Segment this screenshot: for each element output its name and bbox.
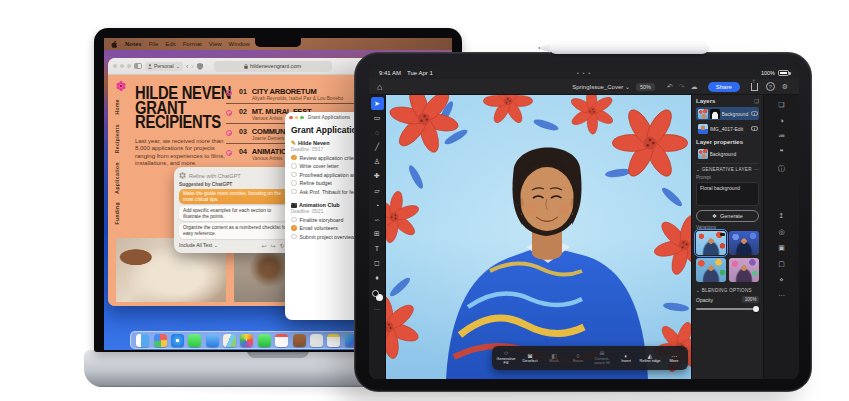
settings-gear-icon[interactable]: ⚙ xyxy=(782,83,788,91)
recipient-row[interactable]: 01 CITY ARBORETUM Aliyah Reynolds, Isabe… xyxy=(226,84,374,103)
invert-button[interactable]: ◐ Invert xyxy=(614,350,638,365)
slider-knob[interactable] xyxy=(753,306,760,313)
menubar-item[interactable]: File xyxy=(149,41,159,47)
nav-item[interactable]: Application xyxy=(114,162,120,194)
dock-icon-launchpad[interactable] xyxy=(154,334,167,347)
menubar-item[interactable]: Format xyxy=(183,41,202,47)
cloud-sync-icon[interactable]: ☁ xyxy=(691,83,698,91)
profile-chip[interactable]: Personal ⌄ xyxy=(145,62,183,71)
checkbox[interactable] xyxy=(291,172,297,178)
dock-icon-messages[interactable] xyxy=(188,334,201,347)
zoom-window-button[interactable] xyxy=(127,64,131,68)
checkbox[interactable] xyxy=(291,163,297,169)
content-aware-fill-button[interactable]: ⊞ Content-aware fill xyxy=(590,350,614,365)
refine-edge-button[interactable]: ◭ Refine edge xyxy=(638,350,662,365)
clone-stamp-tool[interactable]: ♙ xyxy=(371,155,384,168)
more-rail-icon[interactable]: ⋯ xyxy=(778,292,785,300)
checkbox[interactable] xyxy=(291,180,297,186)
lasso-tool[interactable]: ◌ xyxy=(371,126,384,139)
layer-row-background[interactable]: Background xyxy=(696,107,759,120)
more-tools-icon[interactable]: ⋯ xyxy=(374,305,381,312)
color-swatch[interactable] xyxy=(371,289,384,302)
suggestion-pill[interactable]: Add specific examples for each section t… xyxy=(179,206,294,221)
close-window-button[interactable] xyxy=(113,64,117,68)
eraser-tool[interactable]: ▱ xyxy=(371,184,384,197)
dock-icon-calendar[interactable] xyxy=(275,334,288,347)
mask-button[interactable]: ◧ Mask xyxy=(542,350,566,365)
apple-logo-icon[interactable] xyxy=(111,40,118,48)
brush-tool[interactable]: ╱ xyxy=(371,141,384,154)
site-flower-logo-icon[interactable] xyxy=(116,81,126,91)
panel-options-icon[interactable]: ❏ xyxy=(754,98,759,104)
document-title-dropdown[interactable]: SpringIssue_Cover ⌄ xyxy=(572,83,630,90)
variation-1[interactable] xyxy=(696,231,726,255)
clone-rail-icon[interactable]: ▣ xyxy=(778,244,785,252)
generative-layer-section[interactable]: ⌄ GENERATIVE LAYER xyxy=(696,167,752,172)
dock-icon-maps[interactable] xyxy=(223,334,236,347)
info-rail-icon[interactable]: ⓘ xyxy=(778,164,785,174)
undo-icon[interactable]: ↶ xyxy=(667,83,673,91)
transform-tool[interactable]: ▭ xyxy=(371,112,384,125)
nav-item[interactable]: Funding xyxy=(114,202,120,225)
suggestion-pill[interactable]: Organize the content as a numbered check… xyxy=(179,223,294,238)
dock-icon-facetime[interactable] xyxy=(258,334,271,347)
shape-tool[interactable]: ◻ xyxy=(371,257,384,270)
more-button[interactable]: ⋯ More xyxy=(662,350,686,365)
smudge-tool[interactable]: ∽ xyxy=(371,213,384,226)
properties-rail-icon[interactable]: ≔ xyxy=(778,132,785,140)
sidebar-toggle-icon[interactable] xyxy=(134,63,142,69)
menubar-item[interactable]: Window xyxy=(229,41,250,47)
suggestion-pill[interactable]: Make the guide more concise, focusing on… xyxy=(179,189,294,204)
erase-button[interactable]: ◊ Erase xyxy=(566,350,590,365)
nav-item[interactable]: Home xyxy=(114,99,120,115)
prompt-input[interactable]: Floral background xyxy=(696,182,759,206)
generate-button[interactable]: ❖ Generate xyxy=(696,210,759,222)
variation-2[interactable] xyxy=(729,231,759,255)
shortcut-rail-icon[interactable]: ⋄ xyxy=(779,276,783,284)
minimize-window-button[interactable] xyxy=(295,116,299,120)
checkbox[interactable] xyxy=(291,217,297,223)
nav-item[interactable]: Recipients xyxy=(114,124,120,153)
dock-icon-finder[interactable] xyxy=(136,334,149,347)
export-rail-icon[interactable]: ↥ xyxy=(779,212,785,220)
dock-icon-reminders[interactable] xyxy=(310,334,323,347)
dock-icon-notes[interactable] xyxy=(327,334,340,347)
opacity-value[interactable]: 100% xyxy=(742,296,759,303)
opacity-slider[interactable] xyxy=(696,305,759,313)
dock-icon-safari[interactable] xyxy=(171,334,184,347)
visibility-eye-icon[interactable] xyxy=(751,111,758,116)
close-window-button[interactable] xyxy=(289,116,293,120)
blending-options-section[interactable]: ⌄ BLENDING OPTIONS xyxy=(696,288,752,293)
menubar-item[interactable]: Edit xyxy=(165,41,175,47)
checkbox[interactable] xyxy=(291,225,297,231)
help-button[interactable]: ? xyxy=(766,82,775,91)
export-icon[interactable] xyxy=(751,83,758,91)
move-tool[interactable]: ➤ xyxy=(371,97,384,110)
checkbox[interactable] xyxy=(291,155,297,161)
adjustments-rail-icon[interactable]: ◑ xyxy=(779,117,783,124)
back-button[interactable]: ‹ xyxy=(186,63,188,70)
redo-icon[interactable]: ↪ xyxy=(271,242,276,249)
checkbox[interactable] xyxy=(291,189,297,195)
deselect-button[interactable]: ⊠ Deselect xyxy=(518,350,542,365)
undo-icon[interactable]: ↩ xyxy=(262,242,267,249)
eyedropper-tool[interactable]: ♦ xyxy=(371,271,384,284)
dock-icon-mail[interactable] xyxy=(206,334,219,347)
preview-rail-icon[interactable]: ◎ xyxy=(778,228,784,236)
generative-fill-button[interactable]: ◌ Generative Fill xyxy=(494,350,518,365)
regenerate-icon[interactable]: ↻ xyxy=(280,242,285,249)
dock-icon-photos[interactable] xyxy=(240,334,253,347)
type-tool[interactable]: T xyxy=(371,242,384,255)
layers-rail-icon[interactable]: ❏ xyxy=(778,101,784,109)
variation-4[interactable] xyxy=(729,258,759,282)
canvas[interactable]: ◌ Generative Fill ⊠ Deselect ◧ Mas xyxy=(386,95,691,379)
healing-brush-tool[interactable]: ✚ xyxy=(371,170,384,183)
address-bar[interactable]: hildenevengrant.com xyxy=(214,61,332,72)
home-button[interactable]: ⌂ xyxy=(377,82,382,92)
crop-tool[interactable]: ⊞ xyxy=(371,228,384,241)
transform-rail-icon[interactable]: ▢ xyxy=(778,260,785,268)
redo-icon[interactable]: ↷ xyxy=(679,83,685,91)
checkbox[interactable] xyxy=(291,234,297,240)
minimize-window-button[interactable] xyxy=(120,64,124,68)
forward-button[interactable]: › xyxy=(191,63,193,70)
